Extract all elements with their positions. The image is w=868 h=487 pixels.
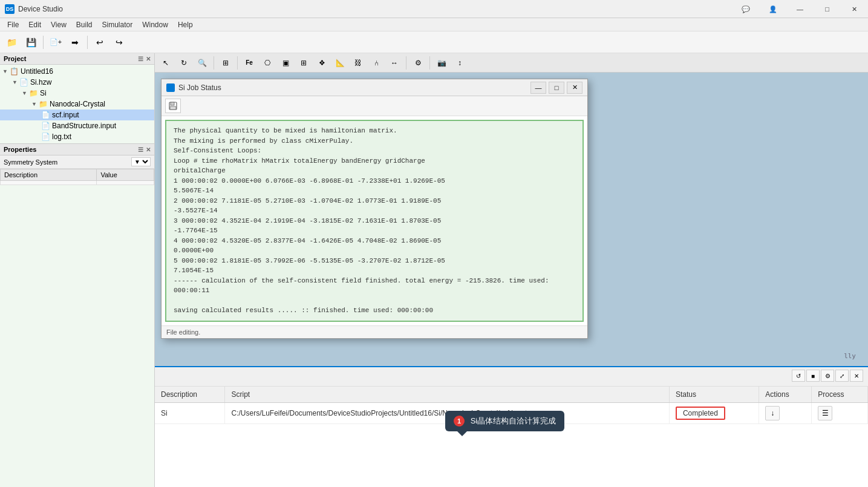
fit-tool-btn[interactable]: ⊞ [217, 55, 234, 71]
dialog-close-btn[interactable]: ✕ [567, 82, 582, 94]
log-line-7: 5.5067E-14 [174, 186, 575, 196]
bp-close-btn[interactable]: ✕ [850, 370, 863, 382]
dialog-scroll[interactable]: The physical quantity to be mixed is ham… [166, 121, 582, 322]
props-close-icon[interactable]: ✕ [146, 146, 151, 153]
minimize-btn[interactable]: — [786, 0, 814, 18]
log-line-9: -3.5527E-14 [174, 206, 575, 216]
route-btn[interactable]: ↔ [386, 55, 403, 71]
tree-icon-si: 📁 [29, 89, 38, 97]
fork-btn[interactable]: ⑃ [368, 55, 385, 71]
tree-item-scf-input[interactable]: 📄 scf.input [0, 109, 154, 120]
menu-window[interactable]: Window [137, 19, 173, 30]
bp-refresh-btn[interactable]: ↺ [792, 370, 805, 382]
tree-label-nanodcal: Nanodcal-Crystal [50, 100, 105, 108]
tooltip-text: Si晶体结构自洽计算完成 [471, 416, 556, 425]
tree-item-untitled16[interactable]: ▼ 📋 Untitled16 [0, 66, 154, 77]
log-line-4: Loop # time rhoMatrix hMatrix totalEnerg… [174, 156, 575, 166]
measure-btn[interactable]: 📐 [331, 55, 348, 71]
tree-arrow-untitled16: ▼ [2, 68, 10, 74]
main-layout: Project ☰ ✕ ▼ 📋 Untitled16 ▼ 📄 [0, 53, 868, 487]
open-folder-btn[interactable]: 📁 [2, 34, 21, 51]
svg-rect-2 [170, 106, 176, 109]
new-file-btn[interactable]: 📄+ [47, 34, 65, 51]
crystal-btn[interactable]: ❖ [313, 55, 330, 71]
panel-close-icon[interactable]: ✕ [146, 56, 151, 62]
tree-icon-untitled16: 📋 [10, 67, 19, 76]
col-status: Status [669, 387, 759, 403]
undo-btn[interactable]: ↩ [91, 34, 109, 51]
bp-maximize-btn[interactable]: ⤢ [835, 370, 849, 382]
tree-item-log-txt[interactable]: 📄 log.txt [0, 131, 154, 142]
download-action-btn[interactable]: ↓ [765, 406, 780, 420]
project-panel-header: Project ☰ ✕ [0, 53, 154, 65]
tree-item-sihzw[interactable]: ▼ 📄 Si.hzw [0, 77, 154, 88]
settings-btn[interactable]: ⚙ [410, 55, 426, 71]
zoom-tool-btn[interactable]: 🔍 [194, 55, 210, 71]
tree-item-si-folder[interactable]: ▼ 📁 Si [0, 88, 154, 99]
cursor-tool-btn[interactable]: ↖ [157, 55, 174, 71]
atom-tool-btn[interactable]: Fe [241, 55, 258, 71]
redo-btn[interactable]: ↪ [110, 34, 128, 51]
import-export-btn[interactable]: ↕ [451, 55, 468, 71]
project-panel-icons: ☰ ✕ [138, 56, 151, 62]
job-row-1-process: ☰ [812, 403, 868, 424]
dialog-toolbar [162, 96, 587, 116]
tree-item-band-input[interactable]: 📄 BandStructure.input [0, 120, 154, 131]
lattice-btn[interactable]: ⊞ [295, 55, 312, 71]
dialog-footer-text: File editing. [166, 328, 200, 336]
si-job-status-dialog[interactable]: Si Job Status — □ ✕ [161, 79, 588, 339]
account-btn[interactable]: 👤 [759, 0, 786, 18]
log-line-19 [174, 316, 575, 322]
main-toolbar: 📁 💾 📄+ ➡ ↩ ↪ [0, 31, 868, 53]
dialog-footer: File editing. [162, 325, 587, 338]
camera-btn[interactable]: 📷 [433, 55, 450, 71]
bp-stop-btn[interactable]: ■ [806, 370, 820, 382]
window-controls: 💬 👤 — □ ✕ [732, 0, 868, 18]
tooltip-badge: 1 [454, 416, 465, 427]
props-menu-icon[interactable]: ☰ [138, 146, 143, 153]
tree-label-sihzw: Si.hzw [30, 78, 51, 87]
panel-menu-icon[interactable]: ☰ [138, 56, 143, 62]
menu-file[interactable]: File [2, 19, 24, 30]
tree-icon-band: 📄 [41, 122, 50, 130]
dialog-minimize-btn[interactable]: — [530, 82, 546, 94]
project-panel: Project ☰ ✕ ▼ 📋 Untitled16 ▼ 📄 [0, 53, 154, 143]
arrow-right-btn[interactable]: ➡ [66, 34, 84, 51]
cell-tool-btn[interactable]: ▣ [277, 55, 294, 71]
maximize-btn[interactable]: □ [814, 0, 841, 18]
menu-build[interactable]: Build [71, 19, 97, 30]
tree-label-band: BandStructure.input [52, 122, 116, 130]
chain-btn[interactable]: ⛓ [350, 55, 367, 71]
process-btn[interactable]: ☰ [818, 406, 832, 420]
bp-settings-btn[interactable]: ⚙ [821, 370, 834, 382]
tree-label-log: log.txt [52, 132, 71, 141]
log-line-11: -1.7764E-15 [174, 226, 575, 236]
status-badge: Completed [676, 407, 725, 420]
menu-edit[interactable]: Edit [24, 19, 46, 30]
log-line-17 [174, 296, 575, 306]
dialog-container: Si Job Status — □ ✕ [155, 73, 868, 366]
save-btn[interactable]: 💾 [22, 34, 40, 51]
symmetry-subheader: Symmetry System ▼ [0, 155, 154, 169]
dialog-title-label: Si Job Status [178, 83, 221, 92]
symmetry-label: Symmetry System [4, 159, 57, 166]
props-row-empty [1, 181, 154, 185]
menu-view[interactable]: View [46, 19, 71, 30]
close-btn[interactable]: ✕ [841, 0, 868, 18]
dialog-save-btn[interactable] [165, 99, 181, 113]
menu-simulator[interactable]: Simulator [97, 19, 138, 30]
dialog-maximize-btn[interactable]: □ [549, 82, 564, 94]
properties-title: Properties [4, 146, 36, 153]
right-toolbar: ↖ ↻ 🔍 ⊞ Fe ⎔ ▣ ⊞ ❖ 📐 ⛓ ⑃ ↔ ⚙ 📷 ↕ [155, 53, 868, 73]
symmetry-select[interactable]: ▼ [131, 157, 151, 166]
app-icon: DS [5, 4, 15, 14]
menu-bar: File Edit View Build Simulator Window He… [0, 18, 868, 31]
bond-tool-btn[interactable]: ⎔ [259, 55, 276, 71]
menu-help[interactable]: Help [173, 19, 198, 30]
log-line-1: The physical quantity to be mixed is ham… [174, 126, 575, 136]
log-line-13: 0.0000E+00 [174, 246, 575, 256]
tree-item-nanodcal[interactable]: ▼ 📁 Nanodcal-Crystal [0, 99, 154, 109]
dialog-title-bar: Si Job Status — □ ✕ [162, 79, 587, 96]
rotate-tool-btn[interactable]: ↻ [175, 55, 192, 71]
message-icon-btn[interactable]: 💬 [732, 0, 759, 18]
